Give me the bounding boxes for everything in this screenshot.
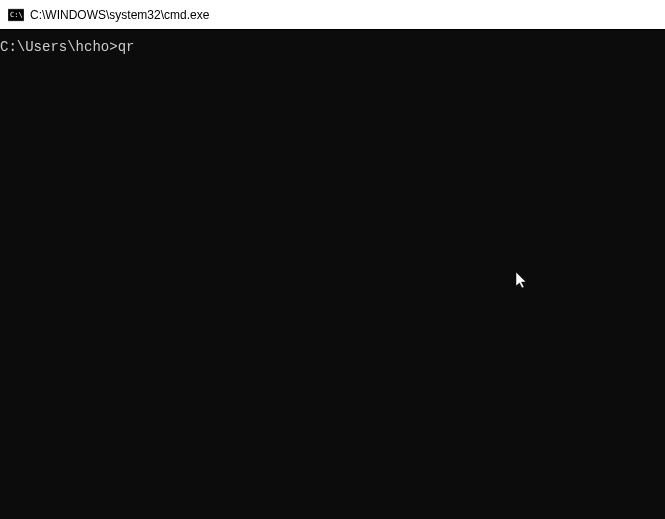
terminal-area[interactable]: C:\Users\hcho>qr <box>0 30 665 519</box>
command-input[interactable]: qr <box>118 39 135 55</box>
cmd-icon: C:\ <box>8 7 24 23</box>
window-title: C:\WINDOWS\system32\cmd.exe <box>30 8 209 22</box>
window-titlebar[interactable]: C:\ C:\WINDOWS\system32\cmd.exe <box>0 0 665 30</box>
prompt-text: C:\Users\hcho> <box>0 39 118 55</box>
svg-text:C:\: C:\ <box>10 11 23 19</box>
prompt-line: C:\Users\hcho>qr <box>0 39 134 55</box>
